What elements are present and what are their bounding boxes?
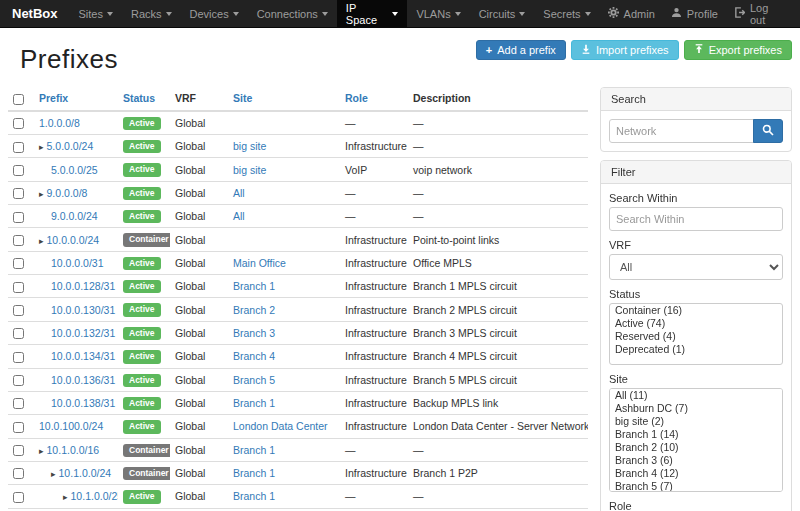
prefix-link[interactable]: 10.0.0.134/31 <box>51 350 115 362</box>
prefix-link[interactable]: 10.1.0.0/24 <box>59 467 112 479</box>
site-link[interactable]: Branch 1 <box>233 280 275 292</box>
site-link[interactable]: big site <box>233 140 266 152</box>
filter-option[interactable]: Branch 1 (14) <box>610 428 782 441</box>
import-prefixes-button[interactable]: Import prefixes <box>571 40 679 60</box>
filter-option[interactable]: Branch 5 (7) <box>610 480 782 492</box>
row-checkbox[interactable] <box>13 142 24 153</box>
site-link[interactable]: All <box>233 210 245 222</box>
description-cell: — <box>408 485 588 508</box>
row-checkbox[interactable] <box>13 305 24 316</box>
nav-item-profile[interactable]: Profile <box>663 0 726 27</box>
row-checkbox[interactable] <box>13 422 24 433</box>
prefix-link[interactable]: 10.0.100.0/24 <box>39 420 103 432</box>
site-link[interactable]: big site <box>233 164 266 176</box>
nav-item-secrets[interactable]: Secrets <box>534 0 599 27</box>
prefix-link[interactable]: 10.0.0.0/24 <box>47 234 100 246</box>
prefix-link[interactable]: 10.0.0.130/31 <box>51 304 115 316</box>
prefix-link[interactable]: 10.1.0.0/16 <box>47 444 100 456</box>
column-header-status[interactable]: Status <box>118 87 170 111</box>
nav-item-logout[interactable]: Log out <box>726 0 794 27</box>
row-checkbox[interactable] <box>13 468 24 479</box>
column-header-role[interactable]: Role <box>340 87 408 111</box>
prefix-link[interactable]: 9.0.0.0/8 <box>47 187 88 199</box>
prefix-link[interactable]: 9.0.0.0/24 <box>51 210 98 222</box>
row-checkbox[interactable] <box>13 445 24 456</box>
nav-item-connections[interactable]: Connections <box>248 0 337 27</box>
row-checkbox[interactable] <box>13 352 24 363</box>
prefix-table: Prefix Status VRF Site Role Description … <box>8 87 588 511</box>
vrf-cell: Global <box>170 181 228 204</box>
row-checkbox[interactable] <box>13 212 24 223</box>
prefix-link[interactable]: 1.0.0.0/8 <box>39 117 80 129</box>
filter-option[interactable]: big site (2) <box>610 415 782 428</box>
brand-logo[interactable]: NetBox <box>6 0 70 27</box>
nav-item-racks[interactable]: Racks <box>122 0 181 27</box>
row-checkbox[interactable] <box>13 328 24 339</box>
nav-item-admin[interactable]: Admin <box>600 0 663 27</box>
prefix-link[interactable]: 10.0.0.138/31 <box>51 397 115 409</box>
filter-option[interactable]: Reserved (4) <box>610 330 782 343</box>
search-within-input[interactable] <box>609 207 783 231</box>
nav-item-vlans[interactable]: VLANs <box>407 0 469 27</box>
row-checkbox[interactable] <box>13 118 24 129</box>
row-checkbox[interactable] <box>13 258 24 269</box>
filter-option[interactable]: All (11) <box>610 389 782 402</box>
nav-item-sites[interactable]: Sites <box>70 0 122 27</box>
site-link[interactable]: Main Office <box>233 257 286 269</box>
row-checkbox[interactable] <box>13 282 24 293</box>
search-submit-button[interactable] <box>753 119 783 143</box>
expand-arrow-icon[interactable]: ▸ <box>39 142 44 152</box>
description-cell: voip network <box>408 158 588 181</box>
status-filter-list[interactable]: Container (16)Active (74)Reserved (4)Dep… <box>609 303 783 365</box>
expand-arrow-icon[interactable]: ▸ <box>63 492 68 502</box>
site-link[interactable]: All <box>233 187 245 199</box>
expand-arrow-icon[interactable]: ▸ <box>51 469 56 479</box>
expand-arrow-icon[interactable]: ▸ <box>39 236 44 246</box>
filter-option[interactable]: Container (16) <box>610 304 782 317</box>
select-all-checkbox[interactable] <box>13 94 24 105</box>
site-link[interactable]: London Data Center <box>233 420 328 432</box>
vrf-cell: Global <box>170 298 228 321</box>
search-input[interactable] <box>609 119 754 143</box>
site-link[interactable]: Branch 5 <box>233 374 275 386</box>
site-link[interactable]: Branch 2 <box>233 304 275 316</box>
site-link[interactable]: Branch 3 <box>233 327 275 339</box>
row-checkbox[interactable] <box>13 492 24 503</box>
prefix-link[interactable]: 10.1.0.0/25 <box>71 490 118 502</box>
vrf-select[interactable]: All <box>609 254 783 280</box>
status-badge: Active <box>123 374 161 387</box>
prefix-link[interactable]: 5.0.0.0/24 <box>47 140 94 152</box>
row-checkbox[interactable] <box>13 375 24 386</box>
expand-arrow-icon[interactable]: ▸ <box>39 189 44 199</box>
filter-option[interactable]: Active (74) <box>610 317 782 330</box>
column-header-site[interactable]: Site <box>228 87 340 111</box>
site-link[interactable]: Branch 1 <box>233 397 275 409</box>
prefix-link[interactable]: 5.0.0.0/25 <box>51 164 98 176</box>
row-checkbox[interactable] <box>13 188 24 199</box>
column-header-prefix[interactable]: Prefix <box>34 87 118 111</box>
nav-item-ip-space[interactable]: IP Space <box>337 0 408 27</box>
export-prefixes-button[interactable]: Export prefixes <box>684 40 792 60</box>
site-link[interactable]: Branch 1 <box>233 490 275 502</box>
add-prefix-button[interactable]: + Add a prefix <box>476 40 566 60</box>
filter-option[interactable]: Branch 3 (6) <box>610 454 782 467</box>
site-link[interactable]: Branch 1 <box>233 444 275 456</box>
filter-option[interactable]: Branch 4 (12) <box>610 467 782 480</box>
nav-item-devices[interactable]: Devices <box>181 0 248 27</box>
row-checkbox[interactable] <box>13 235 24 246</box>
site-link[interactable]: Branch 4 <box>233 350 275 362</box>
row-checkbox[interactable] <box>13 165 24 176</box>
prefix-link[interactable]: 10.0.0.132/31 <box>51 327 115 339</box>
site-link[interactable]: Branch 1 <box>233 467 275 479</box>
prefix-link[interactable]: 10.0.0.0/31 <box>51 257 104 269</box>
filter-option[interactable]: Ashburn DC (7) <box>610 402 782 415</box>
filter-option[interactable]: Branch 2 (10) <box>610 441 782 454</box>
row-checkbox[interactable] <box>13 398 24 409</box>
filter-option[interactable]: Deprecated (1) <box>610 343 782 356</box>
site-filter-list[interactable]: All (11)Ashburn DC (7)big site (2)Branch… <box>609 388 783 492</box>
expand-arrow-icon[interactable]: ▸ <box>39 446 44 456</box>
nav-item-circuits[interactable]: Circuits <box>470 0 535 27</box>
prefix-link[interactable]: 10.0.0.136/31 <box>51 374 115 386</box>
status-badge: Active <box>123 257 161 270</box>
prefix-link[interactable]: 10.0.0.128/31 <box>51 280 115 292</box>
